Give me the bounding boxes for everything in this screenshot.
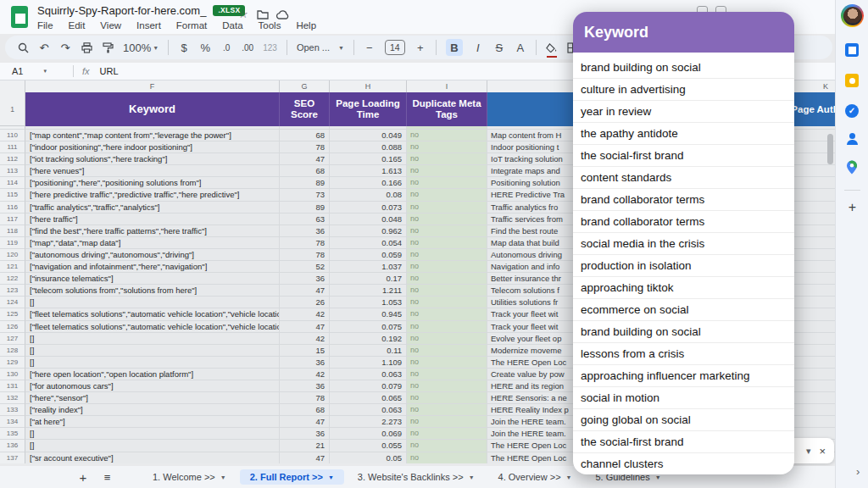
- cell-page-loading-time[interactable]: 0.049: [330, 130, 407, 141]
- cell-keyword[interactable]: ["here open location","open location pla…: [25, 369, 280, 380]
- cell-page-loading-time[interactable]: 0.165: [330, 153, 407, 165]
- cell-seo-score[interactable]: 36: [280, 428, 330, 440]
- cell-seo-score[interactable]: 47: [280, 285, 330, 297]
- cell-keyword[interactable]: ["iot tracking solutions","here tracking…: [25, 153, 280, 165]
- cell-duplicate-meta-tags[interactable]: no: [407, 440, 487, 452]
- cell-keyword[interactable]: []: [25, 333, 280, 345]
- cell-keyword[interactable]: []: [25, 357, 280, 369]
- cell-page-loading-time[interactable]: 1.613: [330, 165, 407, 177]
- cell-keyword[interactable]: ["navigation and infotainment","here","n…: [25, 261, 280, 273]
- maps-icon[interactable]: [847, 160, 858, 178]
- corner-cell[interactable]: [0, 80, 25, 93]
- row-number[interactable]: 118: [0, 225, 25, 237]
- cell-seo-score[interactable]: 47: [280, 416, 330, 428]
- keyword-list-item[interactable]: brand building on social: [573, 321, 794, 343]
- cell-keyword[interactable]: ["fleet telematics solutions","automatic…: [25, 308, 280, 320]
- menu-item[interactable]: Insert: [136, 20, 161, 30]
- cell-seo-score[interactable]: 15: [280, 345, 330, 357]
- star-icon[interactable]: ☆: [238, 8, 248, 20]
- print-icon[interactable]: [81, 39, 92, 56]
- cell-seo-score[interactable]: 42: [280, 369, 330, 380]
- sheets-logo-icon[interactable]: [11, 6, 28, 28]
- menu-item[interactable]: View: [100, 20, 121, 30]
- row-number[interactable]: 120: [0, 249, 25, 261]
- row-number[interactable]: 116: [0, 202, 25, 214]
- sheet-tab[interactable]: 4. Overview >> ▼: [488, 469, 582, 485]
- row-number[interactable]: 131: [0, 380, 25, 392]
- cell-keyword[interactable]: ["traffic analytics","traffic","analytic…: [25, 202, 280, 214]
- keyword-list-item[interactable]: approaching influencer marketing: [573, 365, 794, 387]
- cell-keyword[interactable]: ["here traffic"]: [25, 214, 280, 225]
- cell-page-loading-time[interactable]: 0.079: [330, 380, 407, 392]
- cell-seo-score[interactable]: 68: [280, 165, 330, 177]
- strikethrough-button[interactable]: S: [493, 39, 505, 56]
- cell-seo-score[interactable]: 36: [280, 225, 330, 237]
- tasks-icon[interactable]: ✓: [845, 104, 859, 118]
- row-number[interactable]: 124: [0, 297, 25, 308]
- keyword-list-item[interactable]: the social-first brand: [573, 145, 794, 167]
- cell-page-loading-time[interactable]: 0.063: [330, 404, 407, 416]
- cell-keyword[interactable]: ["positioning","here","positioning solut…: [25, 177, 280, 189]
- cell-page-loading-time[interactable]: 0.063: [330, 369, 407, 380]
- cell-seo-score[interactable]: 36: [280, 380, 330, 392]
- cell-seo-score[interactable]: 89: [280, 177, 330, 189]
- cell-seo-score[interactable]: 68: [280, 130, 330, 141]
- contacts-icon[interactable]: [845, 133, 859, 147]
- row-number[interactable]: 133: [0, 404, 25, 416]
- number-format-button[interactable]: 123: [263, 39, 277, 56]
- cell-page-loading-time[interactable]: 0.048: [330, 214, 407, 225]
- keyword-list-item[interactable]: brand building on social: [573, 57, 794, 79]
- search-icon[interactable]: [17, 39, 29, 56]
- row-number[interactable]: 137: [0, 452, 25, 463]
- name-box[interactable]: A1▾: [0, 66, 73, 76]
- increase-font-size-button[interactable]: +: [415, 39, 426, 56]
- cell-page-loading-time[interactable]: 0.054: [330, 237, 407, 249]
- keyword-list-item[interactable]: content standards: [573, 167, 794, 189]
- cell-seo-score[interactable]: 78: [280, 249, 330, 261]
- cell-seo-score[interactable]: 42: [280, 308, 330, 320]
- cell-duplicate-meta-tags[interactable]: no: [407, 416, 487, 428]
- cell-page-loading-time[interactable]: 0.075: [330, 321, 407, 333]
- row-number[interactable]: 129: [0, 357, 25, 369]
- font-size-input[interactable]: 14: [385, 40, 405, 55]
- cell-duplicate-meta-tags[interactable]: no: [407, 189, 487, 201]
- cell-page-loading-time[interactable]: 1.211: [330, 285, 407, 297]
- row-number[interactable]: 111: [0, 141, 25, 153]
- menu-item[interactable]: Format: [176, 20, 207, 30]
- menu-item[interactable]: Help: [296, 20, 316, 30]
- keyword-list-item[interactable]: brand collaborator terms: [573, 211, 794, 233]
- cell-seo-score[interactable]: 42: [280, 333, 330, 345]
- cell-keyword[interactable]: ["here predictive traffic","predictive t…: [25, 189, 280, 201]
- row-number[interactable]: 127: [0, 333, 25, 345]
- cell-page-loading-time[interactable]: 2.273: [330, 416, 407, 428]
- vertical-scrollbar[interactable]: [827, 134, 833, 164]
- cell-keyword[interactable]: ["insurance telematics"]: [25, 273, 280, 285]
- row-number[interactable]: 117: [0, 214, 25, 225]
- row-number[interactable]: 115: [0, 189, 25, 201]
- cell-page-loading-time[interactable]: 0.11: [330, 345, 407, 357]
- cell-duplicate-meta-tags[interactable]: no: [407, 297, 487, 308]
- keyword-list-item[interactable]: the social-first brand: [573, 431, 794, 453]
- cell-keyword[interactable]: ["here venues"]: [25, 165, 280, 177]
- cell-duplicate-meta-tags[interactable]: no: [407, 237, 487, 249]
- cell-page-loading-time[interactable]: 0.088: [330, 141, 407, 153]
- scroll-right-chevron[interactable]: ›: [856, 465, 860, 478]
- tab-menu-caret[interactable]: ▼: [469, 474, 475, 480]
- tab-menu-caret[interactable]: ▼: [566, 474, 572, 480]
- tab-menu-caret[interactable]: ▼: [328, 474, 334, 480]
- cell-page-loading-time[interactable]: 0.166: [330, 177, 407, 189]
- cell-page-loading-time[interactable]: 0.962: [330, 225, 407, 237]
- currency-format-button[interactable]: $: [178, 39, 190, 56]
- cell-duplicate-meta-tags[interactable]: no: [407, 333, 487, 345]
- row-number[interactable]: 114: [0, 177, 25, 189]
- cell-seo-score[interactable]: 78: [280, 141, 330, 153]
- bold-button[interactable]: B: [446, 39, 463, 56]
- cell-page-loading-time[interactable]: 0.08: [330, 189, 407, 201]
- zoom-select[interactable]: 100%▼: [123, 39, 159, 56]
- sheet-tab[interactable]: 3. Website's Backlinks >> ▼: [348, 469, 485, 485]
- cell-duplicate-meta-tags[interactable]: no: [407, 308, 487, 320]
- cell-page-loading-time[interactable]: 0.055: [330, 440, 407, 452]
- column-header-h[interactable]: H: [330, 80, 407, 93]
- cell-seo-score[interactable]: 26: [280, 297, 330, 308]
- cell-duplicate-meta-tags[interactable]: no: [407, 321, 487, 333]
